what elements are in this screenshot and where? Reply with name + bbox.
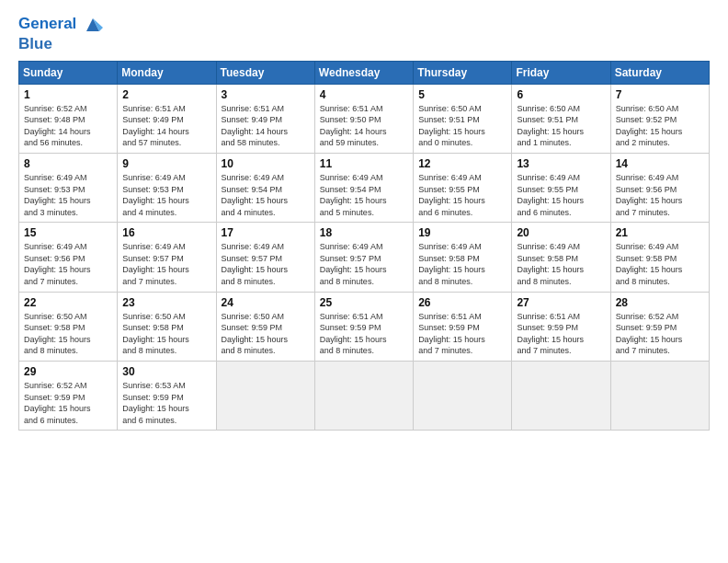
calendar-cell: 23Sunrise: 6:50 AMSunset: 9:58 PMDayligh… bbox=[118, 292, 216, 361]
day-info: Sunrise: 6:51 AMSunset: 9:49 PMDaylight:… bbox=[222, 104, 289, 148]
calendar-cell: 6Sunrise: 6:50 AMSunset: 9:51 PMDaylight… bbox=[512, 84, 610, 153]
day-info: Sunrise: 6:50 AMSunset: 9:52 PMDaylight:… bbox=[616, 104, 683, 148]
day-number: 13 bbox=[517, 157, 605, 170]
day-info: Sunrise: 6:49 AMSunset: 9:55 PMDaylight:… bbox=[418, 173, 485, 217]
page: General Blue SundayMondayTuesdayWednesda… bbox=[0, 0, 728, 563]
calendar-cell: 19Sunrise: 6:49 AMSunset: 9:58 PMDayligh… bbox=[414, 223, 512, 292]
day-info: Sunrise: 6:49 AMSunset: 9:56 PMDaylight:… bbox=[616, 173, 683, 217]
day-info: Sunrise: 6:49 AMSunset: 9:58 PMDaylight:… bbox=[517, 242, 584, 286]
day-info: Sunrise: 6:52 AMSunset: 9:48 PMDaylight:… bbox=[24, 104, 91, 148]
calendar-cell: 8Sunrise: 6:49 AMSunset: 9:53 PMDaylight… bbox=[19, 153, 118, 222]
day-info: Sunrise: 6:53 AMSunset: 9:59 PMDaylight:… bbox=[122, 381, 189, 425]
calendar-cell bbox=[414, 362, 512, 431]
calendar-cell: 30Sunrise: 6:53 AMSunset: 9:59 PMDayligh… bbox=[118, 362, 216, 431]
day-info: Sunrise: 6:49 AMSunset: 9:57 PMDaylight:… bbox=[320, 242, 387, 286]
day-info: Sunrise: 6:50 AMSunset: 9:51 PMDaylight:… bbox=[517, 104, 584, 148]
day-info: Sunrise: 6:49 AMSunset: 9:58 PMDaylight:… bbox=[418, 242, 485, 286]
day-number: 4 bbox=[320, 88, 408, 101]
calendar-cell: 9Sunrise: 6:49 AMSunset: 9:53 PMDaylight… bbox=[118, 153, 216, 222]
calendar-cell: 7Sunrise: 6:50 AMSunset: 9:52 PMDaylight… bbox=[610, 84, 709, 153]
day-number: 24 bbox=[222, 296, 310, 309]
calendar-cell: 1Sunrise: 6:52 AMSunset: 9:48 PMDaylight… bbox=[19, 84, 118, 153]
day-info: Sunrise: 6:49 AMSunset: 9:53 PMDaylight:… bbox=[24, 173, 91, 217]
day-number: 5 bbox=[418, 88, 506, 101]
calendar-cell: 12Sunrise: 6:49 AMSunset: 9:55 PMDayligh… bbox=[414, 153, 512, 222]
calendar-cell: 14Sunrise: 6:49 AMSunset: 9:56 PMDayligh… bbox=[610, 153, 709, 222]
day-number: 28 bbox=[616, 296, 704, 309]
calendar-week-row: 15Sunrise: 6:49 AMSunset: 9:56 PMDayligh… bbox=[19, 223, 710, 292]
day-info: Sunrise: 6:50 AMSunset: 9:59 PMDaylight:… bbox=[222, 312, 289, 356]
calendar-week-row: 22Sunrise: 6:50 AMSunset: 9:58 PMDayligh… bbox=[19, 292, 710, 361]
day-number: 29 bbox=[24, 365, 112, 378]
logo-text: General bbox=[18, 15, 103, 35]
calendar-cell: 5Sunrise: 6:50 AMSunset: 9:51 PMDaylight… bbox=[414, 84, 512, 153]
day-info: Sunrise: 6:50 AMSunset: 9:51 PMDaylight:… bbox=[418, 104, 485, 148]
day-number: 7 bbox=[616, 88, 704, 101]
day-number: 22 bbox=[24, 296, 112, 309]
calendar-cell: 15Sunrise: 6:49 AMSunset: 9:56 PMDayligh… bbox=[19, 223, 118, 292]
weekday-header: Saturday bbox=[610, 61, 709, 84]
calendar-cell: 3Sunrise: 6:51 AMSunset: 9:49 PMDaylight… bbox=[216, 84, 314, 153]
logo: General Blue bbox=[18, 15, 103, 53]
calendar-cell: 20Sunrise: 6:49 AMSunset: 9:58 PMDayligh… bbox=[512, 223, 610, 292]
day-number: 25 bbox=[320, 296, 408, 309]
calendar-cell: 17Sunrise: 6:49 AMSunset: 9:57 PMDayligh… bbox=[216, 223, 314, 292]
day-info: Sunrise: 6:51 AMSunset: 9:59 PMDaylight:… bbox=[517, 312, 584, 356]
day-info: Sunrise: 6:49 AMSunset: 9:53 PMDaylight:… bbox=[122, 173, 189, 217]
day-info: Sunrise: 6:50 AMSunset: 9:58 PMDaylight:… bbox=[122, 312, 189, 356]
day-number: 11 bbox=[320, 157, 408, 170]
day-info: Sunrise: 6:49 AMSunset: 9:58 PMDaylight:… bbox=[616, 242, 683, 286]
weekday-header: Sunday bbox=[19, 61, 118, 84]
day-number: 16 bbox=[122, 226, 210, 239]
calendar-cell bbox=[216, 362, 314, 431]
day-number: 23 bbox=[122, 296, 210, 309]
calendar-cell: 4Sunrise: 6:51 AMSunset: 9:50 PMDaylight… bbox=[314, 84, 413, 153]
weekday-header: Monday bbox=[118, 61, 216, 84]
logo-blue: Blue bbox=[18, 35, 103, 53]
day-number: 8 bbox=[24, 157, 112, 170]
day-info: Sunrise: 6:51 AMSunset: 9:59 PMDaylight:… bbox=[418, 312, 485, 356]
day-number: 6 bbox=[517, 88, 605, 101]
day-number: 14 bbox=[616, 157, 704, 170]
day-info: Sunrise: 6:52 AMSunset: 9:59 PMDaylight:… bbox=[24, 381, 91, 425]
day-number: 26 bbox=[418, 296, 506, 309]
day-number: 9 bbox=[122, 157, 210, 170]
calendar-cell: 11Sunrise: 6:49 AMSunset: 9:54 PMDayligh… bbox=[314, 153, 413, 222]
day-number: 20 bbox=[517, 226, 605, 239]
calendar-header-row: SundayMondayTuesdayWednesdayThursdayFrid… bbox=[19, 61, 710, 84]
weekday-header: Wednesday bbox=[314, 61, 413, 84]
day-number: 2 bbox=[122, 88, 210, 101]
calendar: SundayMondayTuesdayWednesdayThursdayFrid… bbox=[18, 61, 710, 431]
day-info: Sunrise: 6:50 AMSunset: 9:58 PMDaylight:… bbox=[24, 312, 91, 356]
day-info: Sunrise: 6:49 AMSunset: 9:57 PMDaylight:… bbox=[222, 242, 289, 286]
calendar-week-row: 1Sunrise: 6:52 AMSunset: 9:48 PMDaylight… bbox=[19, 84, 710, 153]
day-number: 18 bbox=[320, 226, 408, 239]
calendar-cell: 13Sunrise: 6:49 AMSunset: 9:55 PMDayligh… bbox=[512, 153, 610, 222]
calendar-cell: 2Sunrise: 6:51 AMSunset: 9:49 PMDaylight… bbox=[118, 84, 216, 153]
weekday-header: Thursday bbox=[414, 61, 512, 84]
day-info: Sunrise: 6:49 AMSunset: 9:55 PMDaylight:… bbox=[517, 173, 584, 217]
calendar-cell: 29Sunrise: 6:52 AMSunset: 9:59 PMDayligh… bbox=[19, 362, 118, 431]
calendar-cell: 22Sunrise: 6:50 AMSunset: 9:58 PMDayligh… bbox=[19, 292, 118, 361]
calendar-body: 1Sunrise: 6:52 AMSunset: 9:48 PMDaylight… bbox=[19, 84, 710, 431]
day-info: Sunrise: 6:49 AMSunset: 9:54 PMDaylight:… bbox=[222, 173, 289, 217]
calendar-week-row: 8Sunrise: 6:49 AMSunset: 9:53 PMDaylight… bbox=[19, 153, 710, 222]
header: General Blue bbox=[18, 15, 710, 53]
day-number: 21 bbox=[616, 226, 704, 239]
calendar-week-row: 29Sunrise: 6:52 AMSunset: 9:59 PMDayligh… bbox=[19, 362, 710, 431]
day-number: 17 bbox=[222, 226, 310, 239]
day-info: Sunrise: 6:51 AMSunset: 9:50 PMDaylight:… bbox=[320, 104, 387, 148]
day-number: 30 bbox=[122, 365, 210, 378]
calendar-cell bbox=[314, 362, 413, 431]
calendar-cell: 16Sunrise: 6:49 AMSunset: 9:57 PMDayligh… bbox=[118, 223, 216, 292]
day-info: Sunrise: 6:51 AMSunset: 9:59 PMDaylight:… bbox=[320, 312, 387, 356]
calendar-cell: 28Sunrise: 6:52 AMSunset: 9:59 PMDayligh… bbox=[610, 292, 709, 361]
calendar-cell: 18Sunrise: 6:49 AMSunset: 9:57 PMDayligh… bbox=[314, 223, 413, 292]
weekday-header: Friday bbox=[512, 61, 610, 84]
calendar-cell bbox=[610, 362, 709, 431]
day-number: 1 bbox=[24, 88, 112, 101]
day-info: Sunrise: 6:49 AMSunset: 9:54 PMDaylight:… bbox=[320, 173, 387, 217]
day-info: Sunrise: 6:49 AMSunset: 9:56 PMDaylight:… bbox=[24, 242, 91, 286]
day-number: 27 bbox=[517, 296, 605, 309]
calendar-cell: 24Sunrise: 6:50 AMSunset: 9:59 PMDayligh… bbox=[216, 292, 314, 361]
